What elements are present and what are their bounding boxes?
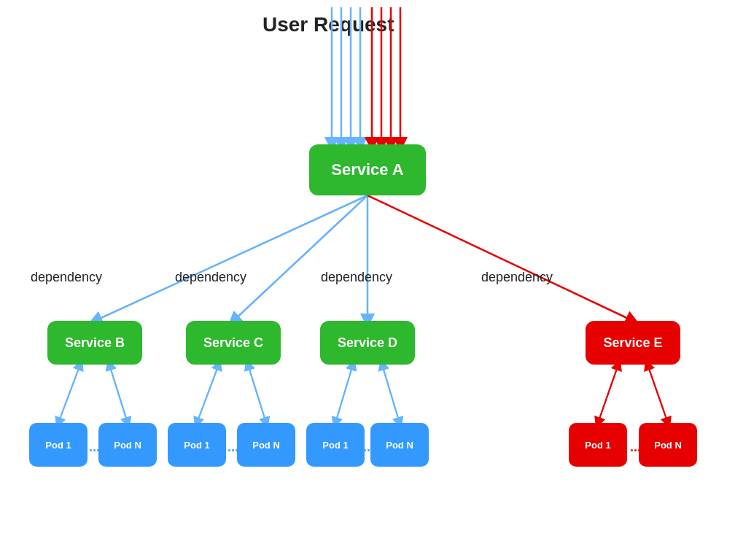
dep-label-c: dependency xyxy=(175,270,246,285)
svg-line-18 xyxy=(248,365,266,423)
svg-line-19 xyxy=(248,365,266,423)
svg-line-16 xyxy=(197,365,219,423)
dep-label-d: dependency xyxy=(321,270,392,285)
service-b-podN: Pod N xyxy=(98,423,157,467)
diagram: User Request xyxy=(0,0,735,560)
service-d-node: Service D xyxy=(320,321,415,365)
svg-line-23 xyxy=(382,365,400,423)
svg-line-12 xyxy=(58,365,80,423)
svg-line-15 xyxy=(109,365,128,423)
svg-line-13 xyxy=(58,365,80,423)
svg-line-17 xyxy=(197,365,219,423)
svg-line-26 xyxy=(648,365,668,423)
dots-b: ··· xyxy=(89,443,100,459)
dep-label-e: dependency xyxy=(481,270,553,285)
dots-c: ··· xyxy=(228,443,238,459)
service-c-node: Service C xyxy=(186,321,281,365)
svg-line-8 xyxy=(95,195,368,321)
service-c-podN: Pod N xyxy=(237,423,295,467)
service-d-pod1: Pod 1 xyxy=(306,423,365,467)
svg-line-20 xyxy=(335,365,353,423)
service-e-podN: Pod N xyxy=(639,423,697,467)
dots-d: ··· xyxy=(363,443,374,459)
page-title: User Request xyxy=(262,13,394,36)
svg-line-9 xyxy=(233,195,368,321)
dots-e: ··· xyxy=(630,443,641,459)
svg-line-24 xyxy=(598,365,618,423)
service-b-pod1: Pod 1 xyxy=(29,423,88,467)
service-d-podN: Pod N xyxy=(370,423,429,467)
service-e-pod1: Pod 1 xyxy=(569,423,627,467)
svg-line-21 xyxy=(335,365,353,423)
service-a-node: Service A xyxy=(309,144,426,195)
svg-line-22 xyxy=(382,365,400,423)
svg-line-14 xyxy=(109,365,128,423)
svg-line-11 xyxy=(368,195,633,321)
service-e-node: Service E xyxy=(586,321,680,365)
dep-label-b: dependency xyxy=(31,270,102,285)
service-b-node: Service B xyxy=(47,321,142,365)
svg-line-27 xyxy=(648,365,668,423)
svg-line-25 xyxy=(598,365,618,423)
service-c-pod1: Pod 1 xyxy=(168,423,226,467)
